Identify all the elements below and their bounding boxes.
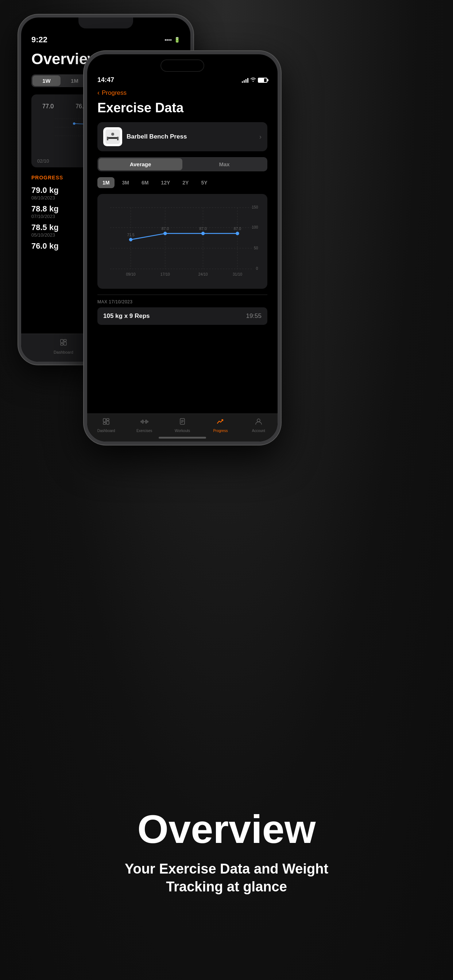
back-seg-1w[interactable]: 1W xyxy=(32,75,61,86)
svg-rect-48 xyxy=(103,423,106,425)
svg-rect-10 xyxy=(64,339,66,341)
notch-back xyxy=(78,18,133,29)
svg-text:100: 100 xyxy=(252,225,258,229)
wifi-icon-front xyxy=(250,77,256,83)
avg-tab[interactable]: Average xyxy=(99,158,182,170)
svg-rect-8 xyxy=(61,339,63,343)
front-tab-exercises-label: Exercises xyxy=(136,429,152,433)
time-range-12y[interactable]: 12Y xyxy=(156,177,175,188)
back-nav-text: Progress xyxy=(102,89,126,97)
chart-date-1: 02/10 xyxy=(37,158,49,164)
svg-point-38 xyxy=(236,232,239,235)
back-nav[interactable]: ‹ Progress xyxy=(97,89,267,97)
svg-rect-49 xyxy=(107,418,109,420)
dashboard-icon-back xyxy=(59,338,67,348)
back-tab-dashboard-label: Dashboard xyxy=(54,350,73,355)
wifi-icon: ▪▪▪▪ xyxy=(164,37,172,43)
workouts-icon-front xyxy=(179,417,187,428)
front-tab-dashboard[interactable]: Dashboard xyxy=(87,417,125,433)
front-tab-exercises[interactable]: Exercises xyxy=(125,417,163,433)
battery-icon-back: 🔋 xyxy=(174,37,180,43)
back-chart-values: 77.0 76.0 xyxy=(42,103,87,110)
svg-point-60 xyxy=(257,419,260,422)
front-tab-account[interactable]: Account xyxy=(239,417,278,433)
svg-point-37 xyxy=(201,232,205,235)
max-label-section: MAX 17/10/2023 105 kg x 9 Reps 19:55 xyxy=(97,294,267,327)
svg-text:0: 0 xyxy=(256,267,258,270)
max-tab[interactable]: Max xyxy=(182,158,266,170)
front-tab-workouts-label: Workouts xyxy=(175,429,190,433)
svg-text:31/10: 31/10 xyxy=(233,272,242,276)
front-tab-account-label: Account xyxy=(252,429,265,433)
svg-text:09/10: 09/10 xyxy=(126,272,136,276)
svg-text:150: 150 xyxy=(252,205,258,209)
time-range-1m[interactable]: 1M xyxy=(97,177,115,188)
svg-rect-11 xyxy=(64,342,66,345)
dashboard-icon-front xyxy=(102,417,110,428)
time-range-5y[interactable]: 5Y xyxy=(196,177,212,188)
exercise-data-title: Exercise Data xyxy=(97,100,267,116)
svg-point-6 xyxy=(73,123,75,125)
exercise-chevron-icon: › xyxy=(259,133,262,141)
svg-rect-54 xyxy=(145,420,147,423)
svg-rect-19 xyxy=(107,137,108,140)
exercise-name: Barbell Bench Press xyxy=(126,133,187,140)
svg-rect-50 xyxy=(107,421,109,425)
avg-max-segment[interactable]: Average Max xyxy=(97,157,267,171)
svg-text:87.0: 87.0 xyxy=(199,227,207,231)
svg-text:87.0: 87.0 xyxy=(161,227,169,231)
back-status-icons: ▪▪▪▪ 🔋 xyxy=(164,37,180,43)
bottom-subtitle: Your Exercise Data and Weight Tracking a… xyxy=(99,860,354,896)
front-status-bar: 14:47 xyxy=(97,76,267,84)
svg-point-35 xyxy=(129,238,132,241)
svg-text:71.5: 71.5 xyxy=(127,233,134,237)
svg-text:17/10: 17/10 xyxy=(161,272,170,276)
back-segment-control[interactable]: 1W 1M xyxy=(31,75,90,87)
max-label-title: MAX 17/10/2023 xyxy=(97,299,267,304)
svg-rect-9 xyxy=(61,344,63,345)
battery-icon-front xyxy=(258,78,267,83)
back-status-bar: 9:22 ▪▪▪▪ 🔋 xyxy=(31,32,180,50)
dynamic-island xyxy=(161,59,204,72)
back-time: 9:22 xyxy=(31,35,48,45)
time-range-6m[interactable]: 6M xyxy=(136,177,153,188)
time-range-3m[interactable]: 3M xyxy=(117,177,134,188)
svg-point-21 xyxy=(111,133,114,135)
chart-val-1: 77.0 xyxy=(42,103,54,110)
bottom-title: Overview xyxy=(137,809,316,849)
account-icon-front xyxy=(255,417,263,428)
phone-front: 14:47 xyxy=(84,51,281,445)
svg-text:50: 50 xyxy=(254,246,258,250)
front-tab-progress[interactable]: Progress xyxy=(201,417,239,433)
progress-icon-front xyxy=(216,417,224,428)
exercise-thumbnail xyxy=(103,127,122,146)
svg-rect-47 xyxy=(103,418,106,422)
home-indicator xyxy=(159,437,206,439)
front-status-icons xyxy=(242,77,267,83)
svg-point-36 xyxy=(163,232,167,235)
front-tab-progress-label: Progress xyxy=(213,429,228,433)
time-range-selector[interactable]: 1M 3M 6M 12Y 2Y 5Y xyxy=(97,177,267,188)
front-tab-workouts[interactable]: Workouts xyxy=(163,417,201,433)
bottom-section: Overview Your Exercise Data and Weight T… xyxy=(0,725,453,980)
max-value-time: 19:55 xyxy=(246,312,262,320)
back-chevron-icon: ‹ xyxy=(97,89,100,97)
max-value-text: 105 kg x 9 Reps xyxy=(103,312,150,320)
chart-svg: 150 100 50 0 xyxy=(103,200,262,283)
svg-rect-20 xyxy=(117,137,118,140)
exercise-card-left: Barbell Bench Press xyxy=(103,127,187,146)
front-tab-dashboard-label: Dashboard xyxy=(97,429,115,433)
signal-bars-icon xyxy=(242,78,248,83)
exercises-icon-front xyxy=(140,417,148,428)
exercise-chart: 150 100 50 0 xyxy=(97,194,267,289)
svg-rect-53 xyxy=(142,420,144,423)
time-range-2y[interactable]: 2Y xyxy=(177,177,194,188)
svg-text:87.0: 87.0 xyxy=(234,227,241,231)
max-value-row: 105 kg x 9 Reps 19:55 xyxy=(97,307,267,325)
front-time: 14:47 xyxy=(97,76,114,84)
svg-text:24/10: 24/10 xyxy=(198,272,208,276)
exercise-card[interactable]: Barbell Bench Press › xyxy=(97,122,267,151)
